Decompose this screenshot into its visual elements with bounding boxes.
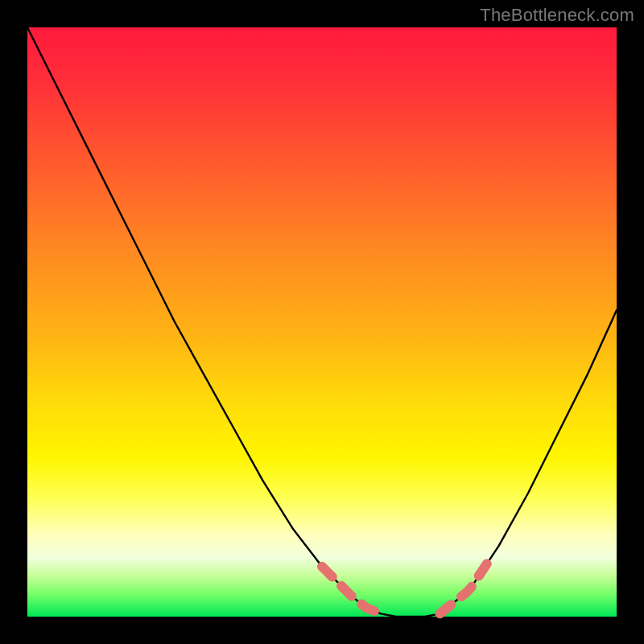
- dash-right: [440, 555, 493, 613]
- plot-area: [27, 27, 617, 617]
- watermark-label: TheBottleneck.com: [480, 5, 634, 26]
- curve-path: [27, 27, 617, 617]
- curve-svg: [27, 27, 617, 617]
- chart-frame: TheBottleneck.com: [0, 0, 644, 644]
- dash-left: [322, 567, 381, 614]
